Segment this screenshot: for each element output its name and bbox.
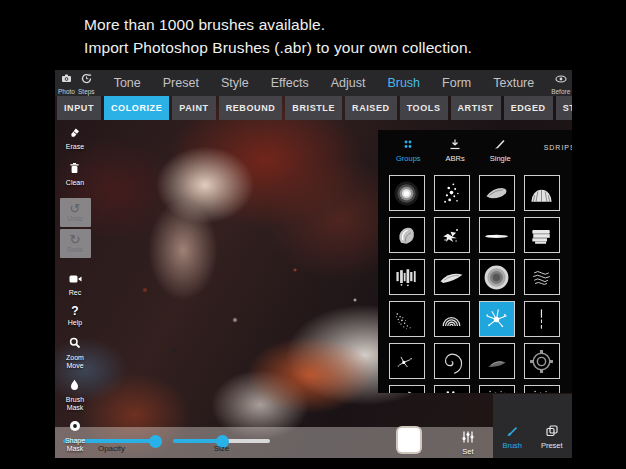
app-window: Photo Steps Tone Preset Style Effects Ad… (55, 70, 572, 458)
brush-thumbnail[interactable] (434, 343, 470, 379)
brush-thumbnail[interactable] (479, 217, 515, 253)
menu-right-group: Before Apply Save (545, 70, 572, 96)
category-tab[interactable]: RAISED (345, 96, 397, 120)
category-tab[interactable]: INPUT (57, 96, 101, 120)
category-tab[interactable]: PAINT (172, 96, 215, 120)
redo-button[interactable]: ↻ Redo (60, 229, 91, 258)
mode-panel: Brush Preset (493, 394, 572, 458)
redo-icon: ↻ (70, 234, 81, 246)
groups-tab[interactable]: Groups (390, 137, 427, 164)
size-slider[interactable]: Size (173, 427, 270, 458)
eye-icon (555, 72, 567, 87)
steps-button[interactable]: Steps (78, 70, 95, 96)
promo-caption: More than 1000 brushes available. Import… (84, 14, 472, 59)
brush-mode-button[interactable]: Brush (496, 424, 528, 451)
menu-item[interactable]: Style (221, 76, 249, 90)
menu-item[interactable]: Brush (387, 76, 420, 90)
brush-thumbnail[interactable] (524, 175, 560, 211)
category-tab[interactable]: EDGED (504, 96, 553, 120)
photo-button[interactable]: Photo (58, 70, 75, 96)
video-camera-icon (69, 272, 82, 287)
before-button[interactable]: Before (548, 70, 572, 96)
brush-thumbnail[interactable] (389, 385, 425, 393)
brush-thumbnail[interactable] (524, 343, 560, 379)
brush-thumbnail[interactable] (434, 217, 470, 253)
rec-button[interactable]: Rec (69, 272, 82, 297)
brush-mask-button[interactable]: Brush Mask (66, 379, 84, 412)
menu-item[interactable]: Adjust (331, 76, 366, 90)
size-label: Size (173, 444, 270, 453)
brush-thumbnail[interactable] (479, 175, 515, 211)
category-tab[interactable]: TOOLS (400, 96, 448, 120)
preset-mode-button[interactable]: Preset (535, 424, 569, 451)
brush-thumbnail[interactable] (524, 301, 560, 337)
steps-label: Steps (78, 88, 95, 95)
before-label: Before (551, 88, 570, 95)
brush-group-name: SDRIPS (544, 144, 572, 151)
undo-icon: ↺ (70, 203, 81, 215)
menu-item[interactable]: Effects (271, 76, 309, 90)
help-button[interactable]: ? Help (68, 306, 82, 327)
brush-thumbnail[interactable] (389, 217, 425, 253)
brush-thumbnail[interactable] (434, 385, 470, 393)
caption-line-1: More than 1000 brushes available. (84, 14, 472, 37)
brush-thumbnail[interactable] (434, 301, 470, 337)
brush-thumbnail[interactable] (434, 175, 470, 211)
brush-thumbnail[interactable] (434, 259, 470, 295)
brush-thumbnail[interactable] (524, 217, 560, 253)
brush-library-panel: Groups ABRs Single SDRIPS (378, 130, 572, 393)
history-icon (81, 72, 92, 87)
groups-icon (402, 138, 414, 153)
single-tab[interactable]: Single (484, 137, 517, 164)
brush-source-tabs: Groups ABRs Single SDRIPS (378, 130, 572, 164)
menu-items: Tone Preset Style Effects Adjust Brush F… (103, 76, 546, 90)
category-tab[interactable]: ARTIST (451, 96, 501, 120)
brush-icon (506, 425, 518, 440)
erase-button[interactable]: Erase (66, 126, 84, 151)
brush-thumbnail[interactable] (389, 343, 425, 379)
droplet-icon (69, 379, 80, 394)
brush-thumbnail[interactable] (524, 259, 560, 295)
magnifier-icon (69, 337, 81, 352)
set-button[interactable]: Set (456, 430, 480, 457)
camera-icon (61, 72, 72, 87)
photo-label: Photo (58, 88, 75, 95)
menu-item[interactable]: Form (442, 76, 471, 90)
clean-button[interactable]: Clean (66, 162, 84, 187)
category-tab[interactable]: STAMPED (556, 96, 572, 120)
undo-button[interactable]: ↺ Undo (60, 198, 91, 227)
pen-icon (494, 138, 506, 153)
sliders-icon (461, 431, 475, 446)
question-icon: ? (71, 306, 78, 317)
abrs-tab[interactable]: ABRs (440, 137, 471, 164)
color-swatch[interactable] (396, 426, 422, 454)
top-menu-bar: Photo Steps Tone Preset Style Effects Ad… (55, 70, 572, 96)
layers-icon (546, 425, 558, 440)
eraser-icon (69, 126, 81, 141)
brush-thumbnail[interactable] (479, 259, 515, 295)
trash-icon (69, 162, 80, 177)
brush-grid (389, 175, 560, 393)
left-toolbar: Erase Clean ↺ Undo ↻ Redo Rec ? Help (55, 122, 95, 453)
menu-item[interactable]: Texture (493, 76, 534, 90)
brush-category-tabs: INPUT COLORIZE PAINT REBOUND BRISTLE RAI… (55, 96, 572, 120)
brush-thumbnail[interactable] (479, 301, 515, 337)
brush-thumbnail[interactable] (389, 301, 425, 337)
brush-thumbnail[interactable] (479, 385, 515, 393)
category-tab[interactable]: COLORIZE (104, 96, 169, 120)
menu-item[interactable]: Tone (114, 76, 141, 90)
category-tab[interactable]: REBOUND (219, 96, 283, 120)
brush-thumbnail[interactable] (389, 259, 425, 295)
zoom-move-button[interactable]: Zoom Move (66, 337, 84, 370)
category-tab[interactable]: BRISTLE (285, 96, 342, 120)
brush-thumbnail[interactable] (524, 385, 560, 393)
brush-thumbnail[interactable] (479, 343, 515, 379)
shape-mask-button[interactable]: Shape Mask (65, 420, 85, 453)
menu-item[interactable]: Preset (163, 76, 199, 90)
shape-circle-icon (69, 420, 81, 435)
brush-thumbnail[interactable] (389, 175, 425, 211)
caption-line-2: Import Photoshop Brushes (.abr) to your … (84, 37, 472, 60)
import-icon (449, 138, 461, 153)
